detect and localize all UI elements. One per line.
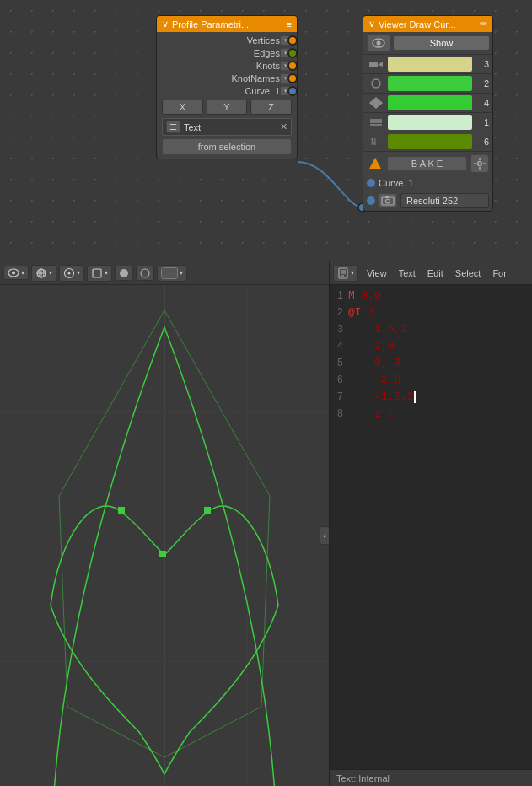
row-number-2: 2	[472, 78, 489, 89]
chevron-icon: ▾	[21, 269, 24, 277]
code-line-4: 4 2,0	[330, 339, 532, 356]
line-code-5: 0,-3	[348, 357, 400, 369]
viewport-transform-button[interactable]: ▾	[31, 265, 56, 282]
viewer-panel-title: Viewer Draw Cur...	[379, 19, 456, 30]
te-menu-view[interactable]: View	[363, 266, 390, 280]
color-icon-1	[367, 57, 385, 72]
color-icon-4	[367, 115, 385, 130]
color-icon-5: N	[367, 134, 385, 149]
color-swatch-3[interactable]	[388, 95, 472, 110]
te-menu-text[interactable]: Text	[395, 266, 419, 280]
knotnames-socket	[287, 73, 298, 83]
viewport-mode3-button[interactable]: ▾	[157, 265, 187, 282]
solid-icon	[119, 268, 129, 278]
viewport-view-button[interactable]: ▾	[3, 266, 29, 280]
y-button[interactable]: Y	[207, 100, 248, 115]
eye-toggle[interactable]	[367, 35, 390, 51]
line-code-7: -1.5,2	[348, 390, 416, 403]
line-code-3: 1.5,2	[348, 323, 407, 336]
te-icon-button[interactable]: ▾	[333, 265, 358, 282]
n-icon: N	[368, 136, 384, 148]
curve-label: Curve. 1	[379, 178, 414, 188]
te-menu-select[interactable]: Select	[452, 266, 485, 280]
transform-icon	[35, 267, 47, 279]
color-row-1: 3	[363, 55, 492, 74]
text-editor-panel: ▾ View Text Edit Select For 1 M 0,0 2 @I…	[329, 261, 532, 786]
svg-point-2	[377, 41, 381, 46]
curve-label-row: Curve. 1	[363, 175, 492, 191]
color-swatch-2[interactable]	[388, 76, 472, 91]
te-menu-format[interactable]: For	[489, 266, 510, 280]
z-button[interactable]: Z	[250, 100, 292, 115]
settings-button[interactable]	[470, 154, 489, 173]
line-code-8: z ;	[348, 407, 395, 420]
line-number-8: 8	[330, 408, 348, 420]
x-button[interactable]: X	[162, 100, 203, 115]
bottom-area: ▾ ▾ ▾	[0, 261, 532, 786]
viewport-overlay-button[interactable]: ▾	[87, 265, 112, 282]
knotnames-row: KnotNames ▾	[162, 73, 292, 83]
bake-triangle-icon	[367, 155, 384, 172]
svg-rect-18	[385, 196, 389, 198]
brush-icon	[368, 58, 384, 70]
edges-label: Edges	[162, 48, 280, 58]
svg-text:N: N	[371, 137, 376, 147]
color-swatch-4[interactable]	[388, 115, 472, 130]
svg-rect-16	[382, 197, 394, 205]
te-menu-edit[interactable]: Edit	[424, 266, 447, 280]
curve-display	[0, 285, 329, 786]
settings-icon	[474, 158, 486, 170]
text-close-button[interactable]: ✕	[280, 121, 287, 132]
svg-point-11	[478, 162, 482, 166]
viewport-mode1-button[interactable]	[115, 266, 133, 281]
line-number-7: 7	[330, 391, 348, 403]
knots-label: Knots	[162, 61, 280, 71]
profile-panel: ∨ Profile Parametri... ≡ Vertices ▾ Edge…	[156, 15, 298, 159]
curve1-row: Curve. 1 ▾	[162, 86, 292, 96]
viewer-panel: ∨ Viewer Draw Cur... ✏ Show	[363, 15, 493, 212]
vertices-label: Vertices	[162, 35, 280, 46]
collapse-icon[interactable]: ∨	[162, 19, 169, 30]
color-swatch-1[interactable]	[388, 57, 472, 72]
viewport-toolbar: ▾ ▾ ▾	[0, 261, 329, 285]
viewport-panel: ▾ ▾ ▾	[0, 261, 329, 786]
snap-icon	[63, 267, 75, 279]
viewport-snap-button[interactable]: ▾	[59, 265, 84, 282]
node-editor: ∨ Profile Parametri... ≡ Vertices ▾ Edge…	[0, 0, 532, 261]
svg-rect-34	[118, 507, 125, 514]
te-file-icon	[337, 267, 349, 279]
color-icon-2	[367, 76, 385, 91]
resolution-label: Resoluti	[406, 196, 440, 206]
edges-socket	[287, 48, 298, 58]
svg-point-29	[141, 269, 149, 277]
bake-button[interactable]: B A K E	[387, 156, 467, 171]
profile-panel-header: ∨ Profile Parametri... ≡	[157, 16, 297, 32]
resolution-value[interactable]: Resoluti 252	[400, 193, 489, 208]
resolution-socket-dot	[367, 196, 375, 205]
resolution-icon	[379, 193, 397, 208]
knots-socket	[287, 61, 298, 71]
line-number-5: 5	[330, 358, 348, 369]
resolution-row: Resoluti 252	[363, 191, 492, 211]
circle-icon	[368, 78, 384, 89]
panel-menu-icon[interactable]: ≡	[287, 19, 292, 30]
te-chevron: ▾	[351, 269, 354, 277]
viewer-collapse-icon[interactable]: ∨	[368, 19, 375, 30]
text-input-icon: ☰	[166, 121, 180, 133]
viewer-panel-header: ∨ Viewer Draw Cur... ✏	[363, 16, 492, 32]
lines-icon	[368, 116, 384, 128]
profile-panel-title: Profile Parametri...	[172, 19, 249, 30]
show-label[interactable]: Show	[394, 36, 489, 50]
code-line-7: 7 -1.5,2	[330, 390, 532, 406]
code-line-2: 2 @I 3	[330, 305, 532, 322]
viewer-menu-icon[interactable]: ✏	[480, 19, 487, 30]
text-editor-toolbar: ▾ View Text Edit Select For	[330, 261, 532, 285]
line-code-1: M 0,0	[348, 289, 381, 302]
color-row-3: 4	[363, 94, 492, 113]
viewport-mode2-button[interactable]	[136, 266, 154, 281]
color-swatch-5[interactable]	[388, 134, 472, 149]
svg-marker-10	[369, 158, 381, 169]
viewport-resize-handle[interactable]: ‹	[320, 526, 329, 545]
line-number-3: 3	[330, 324, 348, 336]
from-selection-button[interactable]: from selection	[162, 138, 292, 155]
